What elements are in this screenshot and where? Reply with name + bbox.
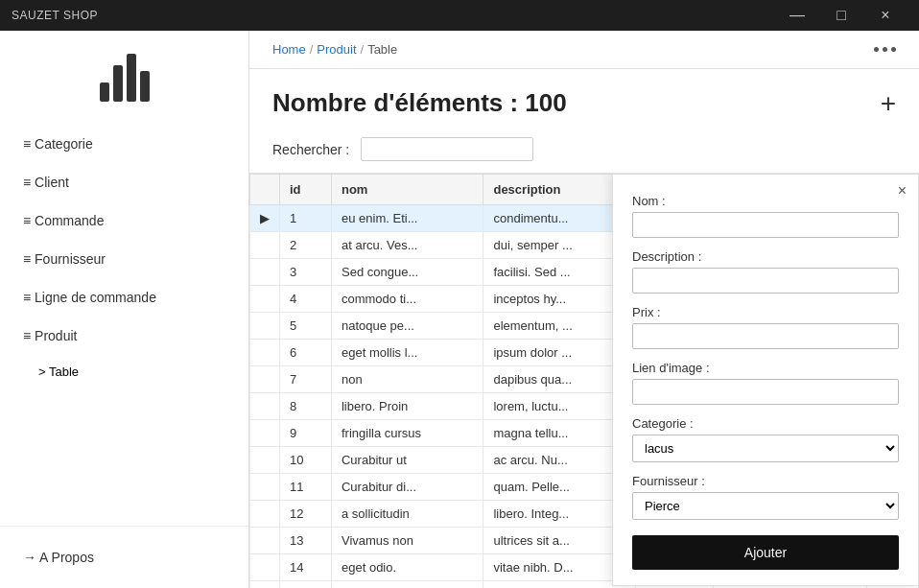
ajouter-button[interactable]: Ajouter xyxy=(632,535,899,570)
table-wrapper[interactable]: id nom description p… …orie ▶1eu enim. E… xyxy=(249,174,919,588)
row-arrow xyxy=(250,313,280,340)
cell-nom: in, hendrerit xyxy=(331,581,483,589)
form-label-categorie: Categorie : xyxy=(632,416,899,431)
form-label-prix: Prix : xyxy=(632,305,899,319)
dot-icon xyxy=(874,47,879,52)
cell-id: 4 xyxy=(280,286,332,313)
col-nom[interactable]: nom xyxy=(331,175,483,205)
search-input[interactable] xyxy=(361,137,533,161)
cell-nom: eu enim. Eti... xyxy=(331,205,483,232)
main-content: Home / Produit / Table Nombre d'éléments… xyxy=(249,31,919,588)
form-group-prix: Prix : xyxy=(632,305,899,349)
breadcrumb-sep-2: / xyxy=(361,42,365,57)
cell-id: 10 xyxy=(280,447,332,474)
sidebar: ≡ Categorie ≡ Client ≡ Commande ≡ Fourni… xyxy=(0,31,249,588)
sidebar-item-label: ≡ Ligne de commande xyxy=(23,290,156,305)
lien-image-input[interactable] xyxy=(632,379,899,405)
dot-icon xyxy=(891,47,896,52)
sidebar-item-label: ≡ Commande xyxy=(23,213,104,228)
cell-id: 3 xyxy=(280,259,332,286)
cell-id: 5 xyxy=(280,313,332,340)
overlay-close-button[interactable]: × xyxy=(898,182,907,200)
prix-input[interactable] xyxy=(632,323,899,349)
row-arrow xyxy=(250,474,280,501)
cell-id: 7 xyxy=(280,366,332,393)
breadcrumb-table: Table xyxy=(367,42,397,57)
row-arrow xyxy=(250,393,280,420)
add-button[interactable]: + xyxy=(881,90,896,117)
row-arrow xyxy=(250,420,280,447)
form-label-nom: Nom : xyxy=(632,194,899,208)
page-title: Nombre d'éléments : 100 xyxy=(272,88,567,118)
search-label: Rechercher : xyxy=(272,142,349,157)
form-label-lien-image: Lien d'image : xyxy=(632,361,899,375)
minimize-button[interactable]: — xyxy=(775,0,819,31)
cell-id: 1 xyxy=(280,205,332,232)
row-arrow xyxy=(250,581,280,589)
nom-input[interactable] xyxy=(632,212,899,238)
cell-nom: Curabitur ut xyxy=(331,447,483,474)
row-arrow xyxy=(250,286,280,313)
cell-nom: natoque pe... xyxy=(331,313,483,340)
cell-id: 12 xyxy=(280,501,332,528)
cell-id: 2 xyxy=(280,232,332,259)
cell-id: 13 xyxy=(280,528,332,554)
form-label-fournisseur: Fournisseur : xyxy=(632,474,899,488)
logo-bar-1 xyxy=(100,82,109,102)
sidebar-item-label: ≡ Fournisseur xyxy=(23,251,106,267)
row-arrow xyxy=(250,554,280,581)
row-arrow: ▶ xyxy=(250,205,280,232)
row-arrow xyxy=(250,528,280,554)
form-group-description: Description : xyxy=(632,249,899,294)
cell-id: 9 xyxy=(280,420,332,447)
close-button[interactable]: × xyxy=(863,0,907,31)
sidebar-item-ligne-commande[interactable]: ≡ Ligne de commande xyxy=(0,278,248,317)
titlebar: SAUZET SHOP — □ × xyxy=(0,0,919,31)
sidebar-item-commande[interactable]: ≡ Commande xyxy=(0,201,248,240)
breadcrumb-produit[interactable]: Produit xyxy=(317,42,356,57)
form-group-lien-image: Lien d'image : xyxy=(632,361,899,405)
dot-icon xyxy=(883,47,887,52)
sidebar-sub-item-table[interactable]: > Table xyxy=(0,355,248,388)
sidebar-nav: ≡ Categorie ≡ Client ≡ Commande ≡ Fourni… xyxy=(0,117,248,526)
cell-id: 8 xyxy=(280,393,332,420)
form-label-description: Description : xyxy=(632,249,899,264)
add-form-panel: × Nom : Description : Prix : Lien d'imag… xyxy=(612,174,919,586)
breadcrumb: Home / Produit / Table xyxy=(272,42,397,57)
sidebar-item-label: ≡ Categorie xyxy=(23,136,93,152)
categorie-select[interactable]: lacus arcu lorem ipsum xyxy=(632,435,899,462)
col-id[interactable]: id xyxy=(280,175,332,205)
sidebar-item-fournisseur[interactable]: ≡ Fournisseur xyxy=(0,240,248,278)
cell-nom: libero. Proin xyxy=(331,393,483,420)
row-arrow xyxy=(250,340,280,366)
description-input[interactable] xyxy=(632,268,899,294)
app-title: SAUZET SHOP xyxy=(12,9,98,22)
more-menu-button[interactable] xyxy=(874,47,896,52)
fournisseur-select[interactable]: Pierce Smith Johnson xyxy=(632,492,899,520)
cell-nom: eget mollis l... xyxy=(331,340,483,366)
sidebar-item-categorie[interactable]: ≡ Categorie xyxy=(0,125,248,163)
sidebar-item-produit[interactable]: ≡ Produit xyxy=(0,317,248,355)
cell-nom: Vivamus non xyxy=(331,528,483,554)
sidebar-footer: → A Propos xyxy=(0,526,248,588)
form-group-nom: Nom : xyxy=(632,194,899,238)
maximize-button[interactable]: □ xyxy=(819,0,863,31)
cell-nom: eget odio. xyxy=(331,554,483,581)
row-arrow xyxy=(250,501,280,528)
cell-nom: fringilla cursus xyxy=(331,420,483,447)
sidebar-footer-label: → A Propos xyxy=(23,550,94,565)
cell-nom: a sollicitudin xyxy=(331,501,483,528)
cell-id: 11 xyxy=(280,474,332,501)
sidebar-item-client[interactable]: ≡ Client xyxy=(0,163,248,201)
cell-id: 15 xyxy=(280,581,332,589)
window-controls: — □ × xyxy=(775,0,907,31)
search-bar: Rechercher : xyxy=(249,129,919,174)
sidebar-item-a-propos[interactable]: → A Propos xyxy=(23,542,225,573)
sidebar-sub-item-label: > Table xyxy=(38,365,79,379)
form-group-fournisseur: Fournisseur : Pierce Smith Johnson xyxy=(632,474,899,520)
breadcrumb-home[interactable]: Home xyxy=(272,42,306,57)
cell-nom: commodo ti... xyxy=(331,286,483,313)
logo-bar-2 xyxy=(113,65,123,102)
row-arrow xyxy=(250,232,280,259)
cell-id: 14 xyxy=(280,554,332,581)
